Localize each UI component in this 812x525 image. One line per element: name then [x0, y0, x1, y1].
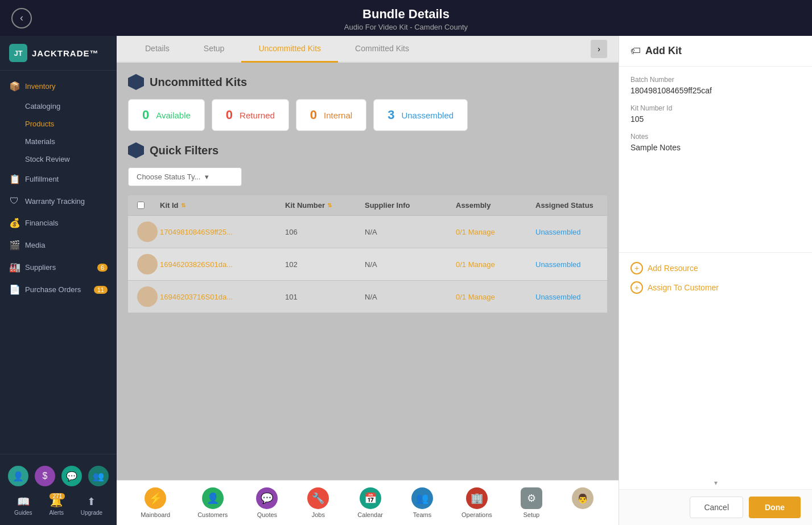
- sidebar-item-products[interactable]: Products: [0, 115, 117, 133]
- content-area: Details Setup Uncommitted Kits Committed…: [117, 36, 619, 525]
- alerts-button[interactable]: 🔔 271 Alerts: [49, 495, 64, 516]
- tab-details[interactable]: Details: [128, 36, 187, 63]
- quick-filters-title: Quick Filters: [128, 142, 607, 158]
- sidebar-item-materials[interactable]: Materials: [0, 133, 117, 150]
- row3-kit-id[interactable]: 16946203716S01da...: [160, 293, 285, 301]
- jobs-icon: 🔧: [307, 487, 329, 509]
- status-type-dropdown[interactable]: Choose Status Ty... ▾: [128, 167, 242, 186]
- purchase-orders-icon: 📄: [9, 284, 19, 295]
- logo-icon: JT: [9, 44, 27, 62]
- sidebar-bottom: 👤 $ 💬 👥 📖 Guides 🔔 271 Alerts: [0, 454, 117, 525]
- row1-kit-id[interactable]: 17049810846S9ff25...: [160, 228, 285, 236]
- scroll-indicator: ▾: [619, 477, 812, 489]
- nav-customers[interactable]: 👤 Customers: [184, 484, 241, 522]
- nav-mainboard-label: Mainboard: [141, 511, 170, 518]
- page-subtitle: Audio For Video Kit - Camden County: [0, 23, 812, 31]
- mainboard-icon: ⚡: [145, 487, 166, 509]
- table-row: 16946203826S01da... 102 N/A 0/1 Manage U…: [128, 248, 607, 281]
- row3-kit-number: 101: [285, 293, 365, 301]
- sidebar-item-cataloging[interactable]: Cataloging: [0, 97, 117, 115]
- status-dropdown-placeholder: Choose Status Ty...: [137, 173, 200, 181]
- sidebar-icon-row: 👤 $ 💬 👥: [0, 460, 117, 492]
- cancel-button[interactable]: Cancel: [690, 497, 743, 518]
- sidebar-label-financials: Financials: [25, 219, 59, 227]
- expand-button[interactable]: ›: [591, 40, 607, 58]
- sidebar-item-stock-review[interactable]: Stock Review: [0, 150, 117, 168]
- panel-body: Batch Number 1804981084659ff25caf Kit Nu…: [619, 67, 812, 252]
- nav-jobs[interactable]: 🔧 Jobs: [292, 484, 344, 522]
- sidebar-label-materials: Materials: [25, 137, 55, 146]
- tabs-bar: Details Setup Uncommitted Kits Committed…: [117, 36, 619, 63]
- inventory-icon: 📦: [9, 81, 19, 92]
- sidebar-item-inventory[interactable]: 📦 Inventory: [0, 75, 117, 97]
- sidebar-item-fulfillment[interactable]: 📋 Fulfillment: [0, 168, 117, 190]
- returned-label: Returned: [240, 110, 275, 120]
- nav-setup-label: Setup: [523, 511, 539, 518]
- row1-supplier-info: N/A: [365, 228, 456, 236]
- nav-quotes[interactable]: 💬 Quotes: [241, 484, 292, 522]
- dollar-icon-btn[interactable]: $: [35, 466, 55, 486]
- unassembled-count: 3: [388, 108, 394, 122]
- nav-setup[interactable]: ⚙ Setup: [506, 484, 557, 522]
- col-assembly-label: Assembly: [456, 201, 491, 210]
- chat-icon-btn[interactable]: 💬: [61, 466, 82, 486]
- batch-number-label: Batch Number: [630, 76, 801, 84]
- panel-header: 🏷 Add Kit: [619, 36, 812, 67]
- status-card-returned[interactable]: 0 Returned: [212, 99, 289, 131]
- nav-mainboard[interactable]: ⚡ Mainboard: [127, 484, 184, 522]
- nav-teams[interactable]: 👥 Teams: [397, 484, 448, 522]
- suppliers-badge: 6: [97, 264, 108, 272]
- kit-id-sort-icon[interactable]: ⇅: [181, 202, 186, 208]
- status-card-unassembled[interactable]: 3 Unassembled: [373, 99, 468, 131]
- status-card-internal[interactable]: 0 Internal: [296, 99, 366, 131]
- notes-label: Notes: [630, 133, 801, 141]
- sidebar-item-media[interactable]: 🎬 Media: [0, 234, 117, 256]
- sidebar-nav: 📦 Inventory Cataloging Products Material…: [0, 71, 117, 454]
- sidebar-logo: JT JACKTRADE™: [0, 36, 117, 71]
- notes-group: Notes Sample Notes: [630, 133, 801, 152]
- batch-number-group: Batch Number 1804981084659ff25caf: [630, 76, 801, 95]
- tag-icon: 🏷: [630, 45, 641, 57]
- back-button[interactable]: ‹: [11, 8, 32, 28]
- kit-number-sort-icon[interactable]: ⇅: [327, 202, 332, 208]
- row1-assembly[interactable]: 0/1 Manage: [456, 228, 535, 236]
- nav-calendar[interactable]: 📅 Calendar: [344, 484, 397, 522]
- select-all-checkbox[interactable]: [137, 202, 145, 209]
- nav-user-avatar[interactable]: 👨: [557, 484, 608, 522]
- assign-customer-link[interactable]: + Assign To Customer: [630, 281, 801, 294]
- col-assigned-status-label: Assigned Status: [535, 201, 593, 210]
- financials-icon: 💰: [9, 218, 19, 228]
- alerts-badge: 271: [50, 493, 65, 499]
- col-assigned-status: Assigned Status: [535, 201, 607, 210]
- person-icon-btn[interactable]: 👤: [8, 466, 28, 486]
- warranty-icon: 🛡: [9, 196, 19, 206]
- status-card-available[interactable]: 0 Available: [128, 99, 205, 131]
- filters-hex-icon: [128, 142, 144, 158]
- add-resource-link[interactable]: + Add Resource: [630, 262, 801, 274]
- row2-avatar: [137, 254, 160, 274]
- table-header: Kit Id ⇅ Kit Number ⇅ Supplier Info Asse…: [128, 195, 607, 216]
- row2-assembly[interactable]: 0/1 Manage: [456, 260, 535, 269]
- row1-kit-number: 106: [285, 228, 365, 236]
- tab-committed-kits[interactable]: Committed Kits: [338, 36, 426, 63]
- sidebar-item-financials[interactable]: 💰 Financials: [0, 212, 117, 234]
- quick-filters-title-text: Quick Filters: [150, 144, 219, 157]
- col-supplier-info: Supplier Info: [365, 201, 456, 210]
- row3-assembly[interactable]: 0/1 Manage: [456, 293, 535, 301]
- row2-kit-id[interactable]: 16946203826S01da...: [160, 260, 285, 269]
- nav-customers-label: Customers: [197, 511, 228, 518]
- sidebar-item-suppliers[interactable]: 🏭 Suppliers 6: [0, 256, 117, 278]
- done-button[interactable]: Done: [749, 497, 801, 518]
- bottom-nav: ⚡ Mainboard 👤 Customers 💬 Quotes 🔧 Jobs …: [117, 480, 619, 525]
- nav-operations[interactable]: 🏢 Operations: [448, 484, 506, 522]
- col-kit-id: Kit Id ⇅: [160, 201, 285, 210]
- sidebar-item-warranty-tracking[interactable]: 🛡 Warranty Tracking: [0, 190, 117, 212]
- tab-uncommitted-kits[interactable]: Uncommitted Kits: [241, 36, 338, 63]
- guides-button[interactable]: 📖 Guides: [14, 495, 32, 516]
- upgrade-button[interactable]: ⬆ Upgrade: [81, 495, 102, 516]
- page-title: Bundle Details: [0, 7, 812, 22]
- add-resource-plus-icon: +: [630, 262, 643, 274]
- tab-setup[interactable]: Setup: [187, 36, 242, 63]
- sidebar-item-purchase-orders[interactable]: 📄 Purchase Orders 11: [0, 278, 117, 301]
- group-icon-btn[interactable]: 👥: [88, 466, 109, 486]
